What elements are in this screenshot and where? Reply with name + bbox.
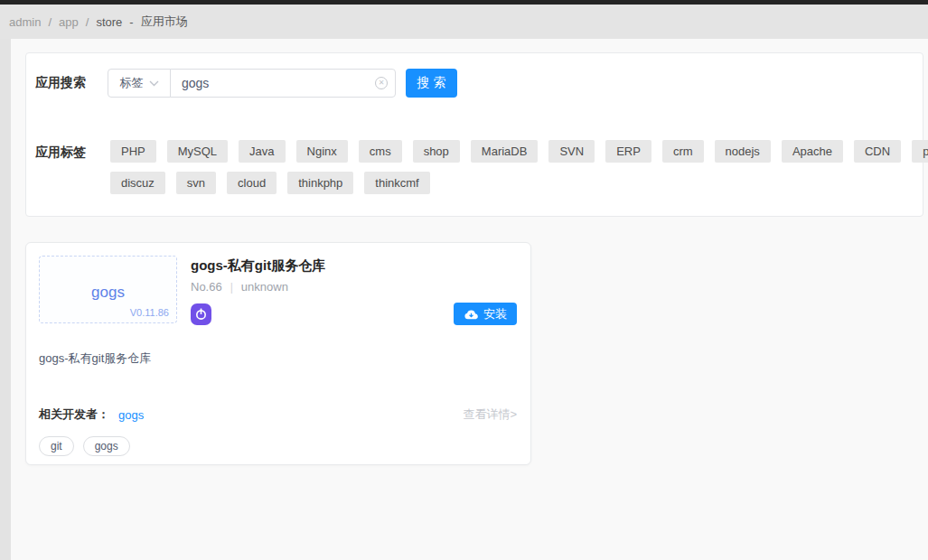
app-card-tag[interactable]: git <box>39 436 74 456</box>
app-version: V0.11.86 <box>130 307 169 318</box>
app-title: gogs-私有git服务仓库 <box>191 257 517 275</box>
breadcrumb-separator: / <box>48 15 52 29</box>
chevron-down-icon <box>149 80 159 87</box>
app-tag[interactable]: nodejs <box>715 140 771 163</box>
search-input[interactable] <box>170 69 396 98</box>
app-tag[interactable]: shop <box>413 140 460 163</box>
app-tag[interactable]: cloud <box>227 172 277 194</box>
breadcrumb-separator: / <box>86 15 89 29</box>
app-tag[interactable]: CDN <box>854 140 901 163</box>
breadcrumb-item-store[interactable]: store <box>96 15 122 29</box>
app-tag[interactable]: SVN <box>548 140 595 163</box>
breadcrumb-item-admin[interactable]: admin <box>9 15 41 29</box>
tag-chip-row: discuzsvncloudthinkphpthinkcmf <box>110 172 928 194</box>
select-value: 标签 <box>120 75 144 91</box>
install-button[interactable]: 安装 <box>454 303 517 325</box>
app-logo-text: gogs <box>91 284 125 302</box>
app-number: No.66 <box>191 280 222 294</box>
tags-row: 应用标签 PHPMySQLJavaNginxcmsshopMariaDBSVNE… <box>35 140 923 194</box>
app-tag[interactable]: phpMyAdmin <box>912 140 928 163</box>
app-action-row: 安装 <box>191 303 517 325</box>
breadcrumb: admin / app / store - 应用市场 <box>0 5 928 39</box>
clear-icon[interactable] <box>375 77 388 89</box>
search-row: 应用搜索 标签 搜 索 <box>35 69 923 98</box>
search-input-wrap <box>170 69 396 98</box>
app-tag[interactable]: PHP <box>110 140 156 163</box>
search-label: 应用搜索 <box>35 75 108 91</box>
install-label: 安装 <box>483 306 507 322</box>
app-tag[interactable]: MySQL <box>167 140 228 163</box>
power-icon <box>191 303 211 325</box>
app-tag[interactable]: Nginx <box>296 140 348 163</box>
main-content: 应用搜索 标签 搜 索 应用标签 PHPMySQLJavaNginxcmssho… <box>11 39 928 560</box>
breadcrumb-item-app[interactable]: app <box>59 15 79 29</box>
app-card-tag[interactable]: gogs <box>83 436 130 456</box>
app-tag[interactable]: cms <box>359 140 402 163</box>
app-tag[interactable]: crm <box>662 140 704 163</box>
search-input-group: 标签 <box>108 69 396 98</box>
app-tag[interactable]: thinkcmf <box>364 172 429 194</box>
tag-type-select[interactable]: 标签 <box>108 69 171 98</box>
app-tag-pills: gitgogs <box>39 436 517 456</box>
cloud-download-icon <box>464 308 479 321</box>
tags-label: 应用标签 <box>35 140 108 194</box>
tag-rows: PHPMySQLJavaNginxcmsshopMariaDBSVNERPcrm… <box>110 140 928 194</box>
page-title: 应用市场 <box>141 14 188 30</box>
app-tag[interactable]: thinkphp <box>287 172 353 194</box>
tag-chip-row: PHPMySQLJavaNginxcmsshopMariaDBSVNERPcrm… <box>110 140 928 163</box>
app-card: gogs V0.11.86 gogs-私有git服务仓库 No.66 | unk… <box>25 242 531 465</box>
view-details-link[interactable]: 查看详情> <box>463 406 517 423</box>
search-button[interactable]: 搜 索 <box>406 69 457 98</box>
app-tag[interactable]: svn <box>176 172 216 194</box>
app-tag[interactable]: discuz <box>110 172 165 194</box>
developer-row: 相关开发者： gogs 查看详情> <box>39 406 517 423</box>
developer-label: 相关开发者： <box>39 406 109 423</box>
app-tag[interactable]: Java <box>239 140 285 163</box>
app-logo: gogs V0.11.86 <box>39 256 177 323</box>
meta-divider: | <box>230 281 233 294</box>
app-tag[interactable]: Apache <box>782 140 843 163</box>
search-panel: 应用搜索 标签 搜 索 应用标签 PHPMySQLJavaNginxcmssho… <box>25 52 923 217</box>
breadcrumb-dash: - <box>129 15 133 29</box>
app-status: unknown <box>241 280 288 294</box>
app-meta: No.66 | unknown <box>191 280 517 294</box>
app-tag[interactable]: ERP <box>605 140 651 163</box>
app-description: gogs-私有git服务仓库 <box>39 350 517 367</box>
app-card-header: gogs V0.11.86 gogs-私有git服务仓库 No.66 | unk… <box>39 256 517 325</box>
app-tag[interactable]: MariaDB <box>471 140 539 163</box>
app-card-info: gogs-私有git服务仓库 No.66 | unknown <box>191 256 517 325</box>
developer-link[interactable]: gogs <box>118 408 144 422</box>
